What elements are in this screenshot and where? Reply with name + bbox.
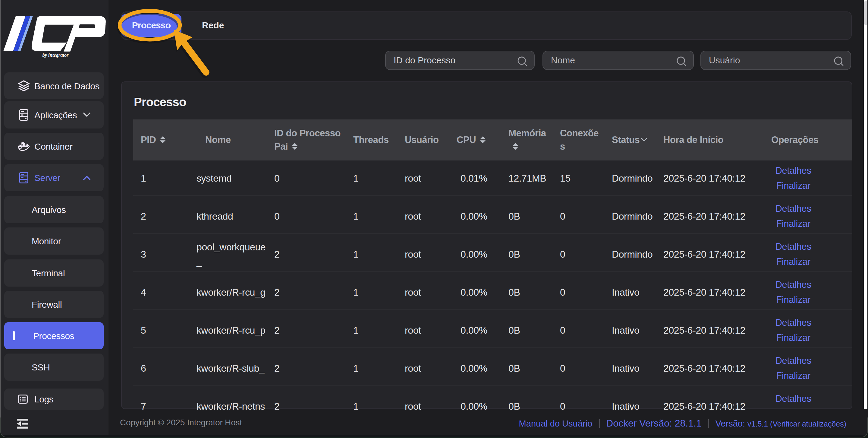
svg-text:by integrator: by integrator [42, 52, 69, 58]
